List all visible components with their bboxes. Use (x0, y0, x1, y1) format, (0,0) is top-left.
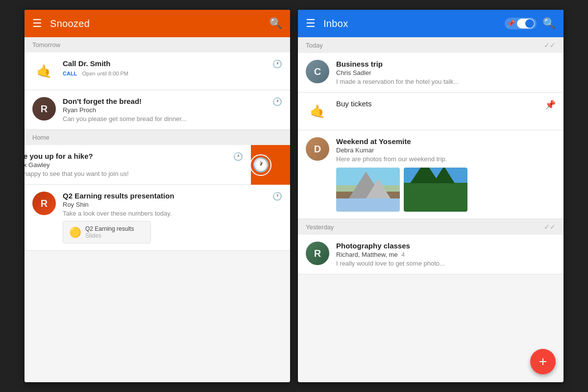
snoozed-screen: ☰ Snoozed 🔍 Tomorrow 🤙 Call Dr. Smith CA… (24, 10, 290, 382)
clock-icon: 🕐 (272, 97, 282, 106)
email-subject: Q2 Earning results presentation (63, 192, 269, 200)
search-icon[interactable]: 🔍 (542, 17, 556, 30)
thread-count: 4 (401, 251, 405, 258)
list-item[interactable]: R Q2 Earning results presentation Roy Sh… (24, 185, 290, 251)
avatar: R (306, 242, 329, 265)
list-item-swiped[interactable]: 🕐 A e you up for a hike? x Gawley happy … (24, 145, 290, 185)
inbox-header: ☰ Inbox 📌 🔍 (298, 10, 564, 37)
inbox-title: Inbox (323, 18, 505, 29)
list-item[interactable]: 🤙 Call Dr. Smith CALL Open until 8:00 PM… (24, 52, 290, 90)
clock-icon: 🕐 (233, 152, 243, 161)
snooze-icon: 🕐 (250, 154, 271, 176)
open-label: Open until 8:00 PM (82, 71, 128, 76)
email-preview: Here are photos from our weekend trip. (336, 155, 556, 163)
inbox-screen: ☰ Inbox 📌 🔍 Today ✓✓ C (298, 10, 564, 382)
email-sender: Ryan Proch (63, 106, 269, 114)
mark-all-read-yesterday[interactable]: ✓✓ (544, 223, 556, 231)
email-preview: Can you please get some bread for dinner… (63, 115, 269, 122)
list-item[interactable]: R Photography classes Richard, Matthew, … (298, 235, 564, 274)
today-label: Today (306, 42, 323, 49)
email-preview: I really would love to get some photo... (336, 260, 556, 267)
pinned-icon: 📌 (545, 99, 556, 110)
snoozed-content: Tomorrow 🤙 Call Dr. Smith CALL Open unti… (24, 37, 290, 382)
email-meta: 📌 (545, 99, 556, 110)
home-label: Home (32, 134, 49, 141)
pin-icon: 📌 (507, 20, 515, 27)
email-content: Photography classes Richard, Matthew, me… (336, 242, 556, 267)
menu-icon[interactable]: ☰ (306, 17, 316, 30)
email-preview: Take a look over these numbers today. (63, 210, 269, 217)
email-content: Call Dr. Smith CALL Open until 8:00 PM (63, 59, 269, 77)
snoozed-title: Snoozed (50, 18, 269, 29)
fab-button[interactable]: + (530, 349, 556, 374)
list-item[interactable]: C Business trip Chris Sadler I made a re… (298, 53, 564, 93)
yesterday-label: Yesterday (306, 223, 334, 231)
email-meta: 🕐 (272, 97, 282, 106)
list-item[interactable]: R Don't forget the bread! Ryan Proch Can… (24, 90, 290, 130)
email-preview: I made a reservation for the hotel you t… (336, 78, 556, 85)
list-item[interactable]: 🤙 Buy tickets 📌 (298, 93, 564, 130)
toggle-knob (525, 19, 534, 28)
avatar: D (306, 137, 329, 161)
attachment: 🟡 Q2 Earning results Slides (63, 221, 151, 244)
toggle-switch[interactable] (517, 19, 535, 28)
menu-icon[interactable]: ☰ (32, 17, 42, 30)
photo-thumb-2 (404, 168, 467, 212)
email-subject: Weekend at Yosemite (336, 137, 556, 146)
avatar: C (306, 60, 329, 83)
call-icon: 🤙 (32, 59, 56, 83)
reminder-subject: Buy tickets (336, 99, 541, 108)
email-sender: Richard, Matthew, me 4 (336, 251, 556, 258)
email-content: Q2 Earning results presentation Roy Shin… (63, 192, 269, 244)
inbox-content: Today ✓✓ C Business trip Chris Sadler I … (298, 37, 564, 382)
call-label: CALL (63, 71, 77, 76)
email-sender: Debra Kumar (336, 147, 556, 154)
email-meta: 🕐 (233, 152, 243, 161)
email-content: Business trip Chris Sadler I made a rese… (336, 60, 556, 85)
email-subject: Photography classes (336, 242, 556, 250)
email-subject: Don't forget the bread! (63, 97, 269, 105)
email-meta: 🕐 (272, 59, 282, 69)
email-sender: Chris Sadler (336, 69, 556, 76)
slides-icon: 🟡 (69, 226, 81, 238)
clock-icon: 🕐 (272, 192, 282, 201)
photo-attachments (306, 168, 556, 212)
avatar: R (32, 97, 56, 121)
clock-icon: 🕐 (272, 59, 282, 69)
photo-thumb-1 (336, 168, 400, 212)
email-meta: 🕐 (272, 192, 282, 201)
today-section-header: Today ✓✓ (298, 37, 564, 53)
search-icon[interactable]: 🔍 (269, 17, 282, 30)
email-subject: Business trip (336, 60, 556, 68)
email-content: Weekend at Yosemite Debra Kumar Here are… (336, 137, 556, 163)
reminder-icon: 🤙 (306, 99, 329, 123)
email-sender: Roy Shin (63, 201, 269, 208)
pinned-toggle[interactable]: 📌 (505, 18, 537, 29)
email-content: e you up for a hike? x Gawley happy to s… (24, 152, 229, 177)
email-content: Don't forget the bread! Ryan Proch Can y… (63, 97, 269, 122)
home-section-header: Home (24, 130, 290, 145)
email-preview: happy to see that you want to join us! (24, 170, 229, 177)
avatar: R (32, 192, 56, 215)
yesterday-section-header: Yesterday ✓✓ (298, 219, 564, 235)
tomorrow-label: Tomorrow (32, 41, 60, 49)
email-subject: Call Dr. Smith (63, 59, 269, 68)
snoozed-header: ☰ Snoozed 🔍 (24, 10, 290, 37)
mark-all-read[interactable]: ✓✓ (544, 41, 556, 49)
email-subject: e you up for a hike? (24, 152, 229, 160)
attachment-type: Slides (85, 232, 134, 239)
tomorrow-section-header: Tomorrow (24, 37, 290, 52)
email-content: Buy tickets (336, 99, 541, 108)
list-item[interactable]: D Weekend at Yosemite Debra Kumar Here a… (298, 130, 564, 219)
attachment-name: Q2 Earning results (85, 225, 134, 232)
email-sender: x Gawley (24, 161, 229, 169)
